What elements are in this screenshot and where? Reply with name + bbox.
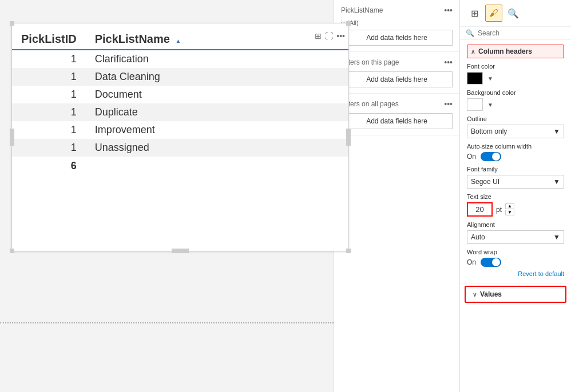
values-chevron: ∨ [473,291,477,298]
auto-size-toggle[interactable] [481,152,501,161]
outline-row: Outline Bottom only ▼ [467,115,564,138]
table-cell-id: 1 [12,121,86,139]
alignment-row: Alignment Auto ▼ [467,221,564,244]
text-size-down[interactable]: ▼ [505,210,514,215]
auto-size-row: Auto-size column width On [467,143,564,161]
table-row: 1Unassigned [12,139,348,157]
filter-section-page: Filters on this page ••• Add data fields… [334,52,459,94]
word-wrap-toggle[interactable] [481,258,501,267]
bg-color-swatch[interactable] [467,98,483,111]
font-family-value: Segoe UI [471,178,499,186]
canvas-area: ⊞ ⛶ ••• PickListID PickListName ▲ 1Clari… [0,0,334,392]
word-wrap-row: Word wrap On [467,249,564,267]
table-row: 1Improvement [12,121,348,139]
word-wrap-toggle-row: On [467,258,564,267]
word-wrap-label: Word wrap [467,249,564,255]
resize-corner-br[interactable] [346,249,351,253]
table-cell-name: Improvement [86,121,348,139]
column-headers-section: ∧ Column headers Font color ▼ Background… [460,40,571,283]
text-size-unit: pt [496,206,502,214]
font-family-chevron: ▼ [553,178,560,186]
outline-select[interactable]: Bottom only ▼ [467,125,564,138]
font-color-picker: ▼ [467,72,564,85]
table-visual: ⊞ ⛶ ••• PickListID PickListName ▲ 1Clari… [11,23,349,251]
resize-handle-bottom[interactable] [172,249,189,253]
resize-corner-bl[interactable] [10,249,14,253]
table-cell-id: 1 [12,68,86,86]
filters-all-more[interactable]: ••• [444,99,453,109]
revert-to-default[interactable]: Revert to default [467,267,564,278]
text-size-row: Text size pt ▲ ▼ [467,193,564,217]
filter-field-name: PickListName [341,6,383,14]
text-size-spinners: ▲ ▼ [505,203,514,215]
search-box: 🔍 [460,27,571,40]
filter-more-options[interactable]: ••• [444,6,453,15]
format-panel: ⊞ 🖌 🔍 🔍 ∧ Column headers Font color ▼ B [459,0,571,392]
filters-page-label: Filters on this page [341,58,399,66]
font-color-chevron[interactable]: ▼ [485,74,495,83]
column-headers-chevron: ∧ [471,49,475,55]
table-cell-id: 1 [12,86,86,103]
column-headers-toggle[interactable]: ∧ Column headers [467,45,564,58]
bg-color-label: Background color [467,89,564,96]
alignment-chevron: ▼ [553,233,560,241]
format-paint-icon[interactable]: 🖌 [485,5,502,22]
auto-size-toggle-row: On [467,152,564,161]
add-data-fields-btn-2[interactable]: Add data fields here [341,71,453,87]
alignment-label: Alignment [467,221,564,228]
filter-section-picklist: PickListName ••• is (All) Add data field… [334,0,459,52]
font-family-row: Font family Segoe UI ▼ [467,166,564,189]
add-data-fields-btn-3[interactable]: Add data fields here [341,113,453,129]
text-size-label: Text size [467,193,564,200]
filters-all-label: Filters on all pages [341,100,399,108]
filter-section-all-pages: Filters on all pages ••• Add data fields… [334,94,459,135]
bg-color-chevron[interactable]: ▼ [485,101,495,109]
resize-corner-tr[interactable] [346,21,351,26]
sort-arrow[interactable]: ▲ [175,38,181,44]
col-header-name: PickListName ▲ [86,29,348,50]
alignment-select[interactable]: Auto ▼ [467,230,564,244]
toggle-knob [492,153,500,161]
format-fields-icon[interactable]: ⊞ [466,5,483,22]
column-headers-label: Column headers [478,47,532,55]
add-data-fields-btn-1[interactable]: Add data fields here [341,30,453,46]
table-cell-name: Unassigned [86,139,348,157]
table-row: 1Clarification [12,50,348,68]
font-family-select[interactable]: Segoe UI ▼ [467,175,564,189]
format-panel-toolbar: ⊞ 🖌 🔍 [460,0,571,27]
filter-section-header: PickListName ••• [341,6,453,15]
filter-condition: is (All) [341,19,453,26]
alignment-value: Auto [471,233,485,241]
text-size-controls: pt ▲ ▼ [467,202,564,217]
search-input[interactable] [478,29,565,37]
filters-page-more[interactable]: ••• [444,58,453,67]
table-cell-id: 1 [12,50,86,68]
auto-size-label: Auto-size column width [467,143,564,150]
font-family-label: Font family [467,166,564,173]
resize-corner-tl[interactable] [10,21,14,26]
table-cell-name: Duplicate [86,103,348,121]
font-color-swatch[interactable] [467,72,483,85]
word-wrap-toggle-knob [492,258,500,266]
table-cell-name: Data Cleaning [86,68,348,86]
text-size-input[interactable] [467,202,493,217]
section-divider [0,322,334,323]
table-row: 1Document [12,86,348,103]
outline-label: Outline [467,115,564,122]
table-cell-name: Document [86,86,348,103]
font-color-label: Font color [467,63,564,70]
values-toggle[interactable]: ∨ Values [473,290,558,298]
table-cell-id: 1 [12,139,86,157]
values-label: Values [480,290,502,298]
outline-chevron: ▼ [553,127,560,135]
format-analytics-icon[interactable]: 🔍 [505,5,522,22]
text-size-up[interactable]: ▲ [505,203,514,209]
resize-handle-right[interactable] [346,129,351,146]
bg-color-picker: ▼ [467,98,564,111]
font-color-row: Font color ▼ [467,63,564,85]
col-header-id: PickListID [12,29,86,50]
outline-value: Bottom only [471,127,507,135]
table-row: 1Data Cleaning [12,68,348,86]
bg-color-row: Background color ▼ [467,89,564,111]
resize-handle-left[interactable] [10,129,14,146]
